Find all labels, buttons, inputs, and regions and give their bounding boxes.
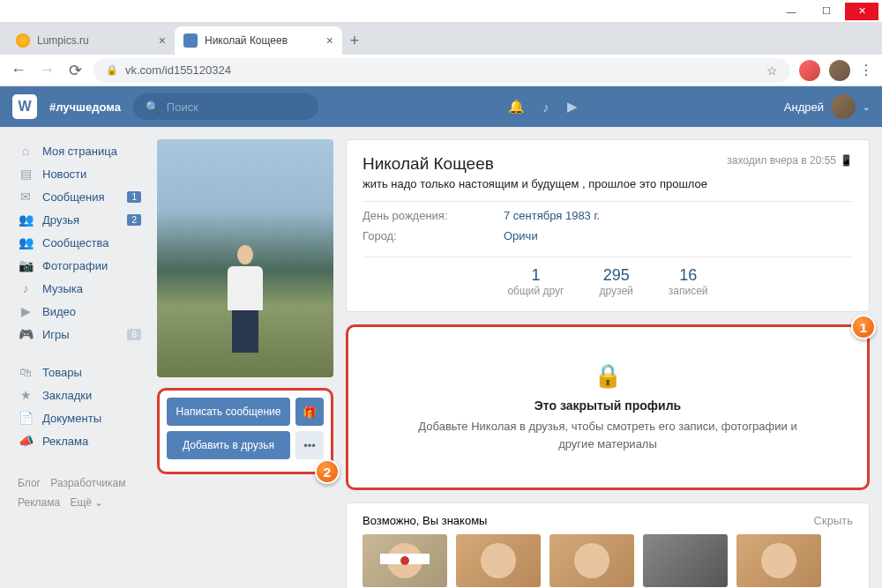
- video-icon[interactable]: ▶: [567, 99, 578, 115]
- message-icon: ✉: [18, 190, 34, 204]
- separator: [12, 459, 145, 460]
- favicon-icon: [183, 33, 198, 48]
- close-icon[interactable]: ×: [159, 33, 166, 48]
- sidebar-item-label: Игры: [42, 328, 70, 341]
- info-value[interactable]: Оричи: [504, 229, 538, 242]
- megaphone-icon: 📣: [18, 434, 34, 448]
- tab-title: Lumpics.ru: [37, 34, 89, 47]
- tab-lumpics[interactable]: Lumpics.ru ×: [7, 26, 175, 55]
- sidebar-item-label: Сообщения: [42, 190, 105, 204]
- sidebar-item-docs[interactable]: 📄Документы: [12, 406, 145, 429]
- mobile-icon: 📱: [840, 154, 853, 167]
- sidebar-item-photos[interactable]: 📷Фотографии: [12, 254, 145, 277]
- badge: 2: [127, 214, 141, 226]
- search-icon: 🔍: [146, 100, 160, 114]
- gift-icon: 🎁: [303, 406, 317, 419]
- message-button[interactable]: Написать сообщение: [167, 398, 290, 426]
- reload-button[interactable]: ⟳: [65, 61, 85, 80]
- separator: [12, 353, 145, 354]
- close-icon[interactable]: ×: [326, 33, 333, 48]
- new-tab-button[interactable]: +: [342, 28, 367, 53]
- suggest-item[interactable]: [643, 534, 728, 587]
- suggest-item[interactable]: [549, 534, 634, 587]
- stat-friends[interactable]: 295друзей: [600, 266, 633, 297]
- badge: 6: [127, 329, 141, 340]
- sidebar-item-label: Музыка: [42, 282, 83, 295]
- gift-button[interactable]: 🎁: [295, 398, 324, 426]
- sidebar-item-label: Моя страница: [42, 145, 117, 158]
- footer-link[interactable]: Ещё ⌄: [70, 496, 103, 509]
- address-input[interactable]: 🔒 vk.com/id155120324 ☆: [93, 58, 790, 83]
- close-button[interactable]: ✕: [845, 3, 878, 20]
- extension-icon[interactable]: [799, 60, 820, 81]
- sidebar-item-label: Фотографии: [42, 259, 108, 272]
- sidebar-item-music[interactable]: ♪Музыка: [12, 277, 145, 300]
- info-label: День рождения:: [363, 209, 504, 222]
- locked-title: Это закрытый профиль: [400, 398, 816, 413]
- user-menu[interactable]: Андрей ⌄: [784, 94, 870, 119]
- star-icon[interactable]: ☆: [766, 63, 778, 78]
- add-friend-button[interactable]: Добавить в друзья: [167, 431, 290, 459]
- last-seen: заходил вчера в 20:55 📱: [727, 154, 853, 167]
- sidebar-item-mypage[interactable]: ⌂Моя страница: [12, 139, 145, 162]
- sidebar-item-label: Товары: [42, 366, 82, 379]
- more-button[interactable]: •••: [295, 431, 324, 459]
- sidebar-item-friends[interactable]: 👥Друзья2: [12, 208, 145, 231]
- profile-photo[interactable]: [157, 139, 333, 377]
- sidebar-item-label: Видео: [42, 305, 76, 318]
- suggest-title: Возможно, Вы знакомы: [363, 514, 487, 527]
- stat-posts[interactable]: 16записей: [669, 266, 708, 297]
- suggestions-card: Возможно, Вы знакомы Скрыть: [346, 502, 870, 588]
- suggest-item[interactable]: [363, 534, 447, 587]
- menu-icon[interactable]: ⋮: [859, 62, 873, 78]
- hide-link[interactable]: Скрыть: [814, 514, 853, 527]
- action-buttons-highlight: Написать сообщение 🎁 Добавить в друзья •…: [157, 388, 333, 474]
- suggest-item[interactable]: [456, 534, 541, 587]
- sidebar-item-label: Документы: [42, 412, 101, 425]
- sidebar-item-ads[interactable]: 📣Реклама: [12, 429, 145, 452]
- sidebar-item-market[interactable]: 🛍Товары: [12, 361, 145, 383]
- sidebar-item-label: Новости: [42, 167, 86, 181]
- stat-mutual[interactable]: 1общий друг: [507, 266, 564, 297]
- hashtag[interactable]: #лучшедома: [49, 100, 121, 114]
- vk-logo[interactable]: W: [12, 94, 37, 119]
- suggest-item[interactable]: [736, 534, 821, 587]
- sidebar-item-video[interactable]: ▶Видео: [12, 300, 145, 323]
- footer-link[interactable]: Реклама: [18, 496, 60, 509]
- home-icon: ⌂: [18, 144, 34, 158]
- sidebar-item-news[interactable]: ▤Новости: [12, 162, 145, 185]
- annotation-marker-2: 2: [315, 459, 340, 484]
- maximize-button[interactable]: ☐: [810, 3, 843, 20]
- search-input[interactable]: 🔍 Поиск: [133, 93, 318, 120]
- music-icon[interactable]: ♪: [542, 100, 549, 115]
- info-value[interactable]: 7 сентября 1983 г.: [504, 209, 600, 222]
- locked-text: Добавьте Николая в друзья, чтобы смотрет…: [400, 418, 816, 452]
- window-titlebar: — ☐ ✕: [0, 0, 882, 23]
- vk-header: W #лучшедома 🔍 Поиск 🔔 ♪ ▶ Андрей ⌄: [0, 86, 882, 127]
- notifications-icon[interactable]: 🔔: [508, 99, 525, 115]
- sidebar: ⌂Моя страница ▤Новости ✉Сообщения1 👥Друз…: [12, 139, 145, 588]
- news-icon: ▤: [18, 167, 34, 181]
- browser-tabbar: Lumpics.ru × Николай Кощеев × +: [0, 23, 882, 55]
- minimize-button[interactable]: —: [774, 3, 808, 20]
- sidebar-item-games[interactable]: 🎮Игры6: [12, 323, 145, 346]
- tab-vk-profile[interactable]: Николай Кощеев ×: [175, 26, 342, 55]
- music-icon: ♪: [18, 281, 34, 295]
- url-text: vk.com/id155120324: [125, 63, 231, 77]
- sidebar-item-label: Реклама: [42, 435, 88, 448]
- sidebar-item-bookmarks[interactable]: ★Закладки: [12, 383, 145, 406]
- footer-links: Блог Разработчикам Реклама Ещё ⌄: [12, 467, 145, 519]
- sidebar-item-messages[interactable]: ✉Сообщения1: [12, 185, 145, 208]
- groups-icon: 👥: [18, 235, 34, 249]
- footer-link[interactable]: Разработчикам: [50, 477, 125, 489]
- sidebar-item-groups[interactable]: 👥Сообщества: [12, 231, 145, 254]
- forward-button[interactable]: →: [37, 61, 56, 79]
- gamepad-icon: 🎮: [18, 327, 34, 341]
- badge: 1: [127, 191, 141, 203]
- profile-avatar-icon[interactable]: [829, 60, 850, 81]
- back-button[interactable]: ←: [9, 61, 28, 79]
- camera-icon: 📷: [18, 258, 34, 272]
- dots-icon: •••: [303, 439, 316, 452]
- footer-link[interactable]: Блог: [18, 477, 41, 489]
- profile-info-card: заходил вчера в 20:55 📱 Николай Кощеев ж…: [346, 139, 870, 312]
